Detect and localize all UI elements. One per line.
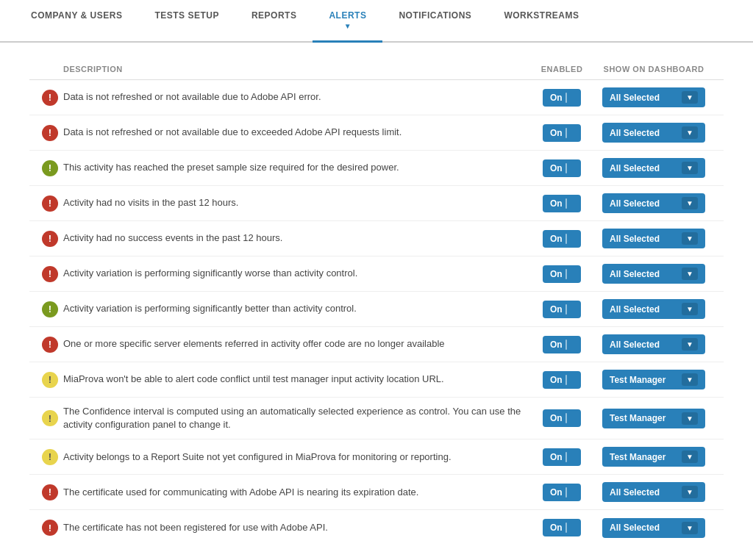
on-label: On bbox=[550, 487, 563, 498]
dashboard-dropdown-button[interactable]: Test Manager▼ bbox=[602, 370, 705, 390]
enabled-cell: On bbox=[532, 230, 591, 248]
toggle-line bbox=[565, 375, 567, 385]
dashboard-dropdown-button[interactable]: All Selected▼ bbox=[602, 518, 705, 538]
on-toggle-button[interactable]: On bbox=[543, 301, 581, 318]
alert-icon-yellow: ! bbox=[42, 372, 58, 388]
dashboard-dropdown-button[interactable]: All Selected▼ bbox=[602, 334, 705, 354]
dashboard-dropdown-label: All Selected bbox=[610, 523, 660, 533]
chevron-down-icon: ▼ bbox=[682, 303, 698, 315]
table-row: !The certificate used for communicating … bbox=[29, 475, 724, 510]
alert-icon-red: ! bbox=[42, 520, 58, 536]
dashboard-dropdown-label: All Selected bbox=[610, 304, 660, 315]
dashboard-dropdown-label: Test Manager bbox=[610, 413, 665, 423]
col-enabled-header: ENABLED bbox=[532, 65, 591, 73]
dashboard-dropdown-label: All Selected bbox=[610, 198, 660, 209]
enabled-cell: On bbox=[532, 301, 591, 318]
alert-description: The certificate used for communicating w… bbox=[63, 486, 532, 499]
alert-icon-wrap: ! bbox=[37, 90, 63, 106]
chevron-down-icon: ▼ bbox=[682, 268, 698, 280]
dashboard-dropdown-button[interactable]: Test Manager▼ bbox=[602, 409, 705, 428]
on-label: On bbox=[550, 93, 563, 103]
dashboard-dropdown-label: All Selected bbox=[610, 234, 660, 244]
alert-icon-red: ! bbox=[42, 337, 58, 353]
chevron-down-icon: ▼ bbox=[682, 126, 698, 139]
dashboard-dropdown-button[interactable]: All Selected▼ bbox=[602, 123, 705, 143]
on-toggle-button[interactable]: On bbox=[543, 484, 581, 501]
on-toggle-button[interactable]: On bbox=[543, 159, 581, 177]
table-row: !The Confidence interval is computed usi… bbox=[29, 398, 724, 439]
table-row: !Activity variation is performing signif… bbox=[29, 292, 724, 327]
dashboard-dropdown-button[interactable]: All Selected▼ bbox=[602, 264, 705, 284]
on-toggle-button[interactable]: On bbox=[543, 89, 581, 107]
dashboard-dropdown-label: All Selected bbox=[610, 487, 660, 498]
dashboard-dropdown-button[interactable]: Test Manager▼ bbox=[602, 447, 705, 467]
chevron-down-icon: ▼ bbox=[682, 522, 698, 534]
table-row: !Activity had no success events in the p… bbox=[29, 221, 724, 256]
chevron-down-icon: ▼ bbox=[682, 197, 698, 209]
alert-icon-wrap: ! bbox=[37, 125, 63, 141]
toggle-line bbox=[565, 128, 567, 138]
alert-description: Activity had no visits in the past 12 ho… bbox=[63, 196, 532, 209]
alert-icon-wrap: ! bbox=[37, 160, 63, 176]
on-toggle-button[interactable]: On bbox=[543, 409, 581, 427]
alert-description: Data is not refreshed or not available d… bbox=[63, 126, 532, 139]
on-label: On bbox=[550, 234, 563, 244]
on-label: On bbox=[550, 375, 563, 385]
on-toggle-button[interactable]: On bbox=[543, 195, 581, 212]
toggle-line bbox=[565, 234, 567, 244]
on-label: On bbox=[550, 198, 563, 209]
toggle-line bbox=[565, 304, 567, 315]
on-toggle-button[interactable]: On bbox=[543, 124, 581, 142]
toggle-line bbox=[565, 452, 567, 462]
enabled-cell: On bbox=[532, 124, 591, 142]
on-toggle-button[interactable]: On bbox=[543, 519, 581, 536]
enabled-cell: On bbox=[532, 265, 591, 283]
nav-tab-alerts[interactable]: ALERTS▼ bbox=[313, 0, 382, 43]
table-row: !Data is not refreshed or not available … bbox=[29, 80, 724, 115]
nav-tab-reports[interactable]: REPORTS bbox=[235, 0, 313, 43]
dashboard-dropdown-button[interactable]: All Selected▼ bbox=[602, 229, 705, 248]
dashboard-dropdown-button[interactable]: All Selected▼ bbox=[602, 482, 705, 502]
on-toggle-button[interactable]: On bbox=[543, 371, 581, 389]
nav-tab-tests-setup[interactable]: TESTS SETUP bbox=[138, 0, 235, 43]
toggle-line bbox=[565, 340, 567, 350]
on-toggle-button[interactable]: On bbox=[543, 265, 581, 283]
dashboard-dropdown-button[interactable]: All Selected▼ bbox=[602, 299, 705, 319]
enabled-cell: On bbox=[532, 519, 591, 536]
alert-icon-red: ! bbox=[42, 90, 58, 106]
alert-icon-wrap: ! bbox=[37, 266, 63, 282]
on-label: On bbox=[550, 413, 563, 423]
nav-tab-workstreams[interactable]: WORKSTREAMS bbox=[488, 0, 595, 43]
dashboard-cell: All Selected▼ bbox=[591, 482, 716, 502]
on-toggle-button[interactable]: On bbox=[543, 336, 581, 353]
toggle-line bbox=[565, 413, 567, 423]
dashboard-dropdown-button[interactable]: All Selected▼ bbox=[602, 158, 705, 178]
toggle-line bbox=[565, 487, 567, 498]
dashboard-dropdown-button[interactable]: All Selected▼ bbox=[602, 193, 705, 213]
table-row: !One or more specific server elements re… bbox=[29, 327, 724, 362]
alert-icon-wrap: ! bbox=[37, 372, 63, 388]
alert-description: Activity variation is performing signifi… bbox=[63, 302, 532, 315]
nav-tab-company-users[interactable]: COMPANY & USERS bbox=[15, 0, 138, 43]
on-toggle-button[interactable]: On bbox=[543, 230, 581, 248]
alert-description: MiaProva won't be able to alert code con… bbox=[63, 373, 532, 386]
col-description-header: DESCRIPTION bbox=[63, 65, 532, 73]
nav-tab-notifications[interactable]: NOTIFICATIONS bbox=[382, 0, 488, 43]
chevron-down-icon: ▼ bbox=[682, 338, 698, 351]
table-row: !Activity variation is performing signif… bbox=[29, 256, 724, 292]
alert-icon-wrap: ! bbox=[37, 484, 63, 500]
table-row: !Data is not refreshed or not available … bbox=[29, 115, 724, 151]
alert-description: The Confidence interval is computed usin… bbox=[63, 405, 532, 431]
dashboard-dropdown-button[interactable]: All Selected▼ bbox=[602, 87, 705, 107]
tab-active-arrow: ▼ bbox=[329, 22, 366, 30]
enabled-cell: On bbox=[532, 371, 591, 389]
chevron-down-icon: ▼ bbox=[682, 91, 698, 104]
on-toggle-button[interactable]: On bbox=[543, 448, 581, 466]
toggle-line bbox=[565, 163, 567, 173]
enabled-cell: On bbox=[532, 159, 591, 177]
chevron-down-icon: ▼ bbox=[682, 162, 698, 174]
alert-description: This activity has reached the preset sam… bbox=[63, 161, 532, 174]
dashboard-cell: All Selected▼ bbox=[591, 229, 716, 248]
dashboard-dropdown-label: Test Manager bbox=[610, 452, 665, 462]
alert-description: Activity belongs to a Report Suite not y… bbox=[63, 450, 532, 464]
